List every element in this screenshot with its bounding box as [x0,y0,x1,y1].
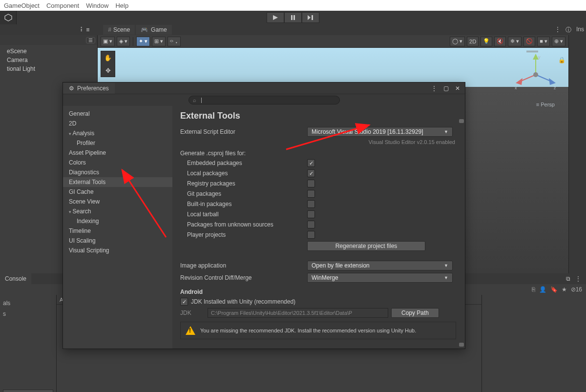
revision-control-dropdown[interactable]: WinMerge▼ [307,273,453,283]
sidebar-item-indexing[interactable]: Indexing [63,216,172,226]
csproj-registry-checkbox[interactable] [307,180,315,187]
preferences-content: External Tools External Script Editor Mi… [172,106,465,349]
menu-gameobject[interactable]: GameObject [4,2,40,9]
preferences-search[interactable]: ⌕ [188,96,340,104]
jdk-path-field[interactable]: C:\Program Files\Unity\Hub\Editor\2021.3… [208,308,388,318]
step-button[interactable] [302,12,319,23]
regenerate-project-files-button[interactable]: Regenerate project files [307,241,425,251]
csproj-builtin-checkbox[interactable] [307,200,315,208]
more-icon[interactable]: ⋮ [575,275,581,282]
csproj-player-checkbox[interactable] [307,231,315,239]
sidebar-item-diagnostics[interactable]: Diagnostics [63,167,172,177]
csproj-git-checkbox[interactable] [307,190,315,198]
close-icon[interactable]: ✕ [452,84,463,93]
sidebar-item-timeline[interactable]: Timeline [63,226,172,236]
scrollbar-thumb[interactable] [459,119,464,123]
pause-button[interactable] [284,12,302,23]
hierarchy-item[interactable]: tional Light [3,64,94,73]
jdk-warning-box: You are missing the recommended JDK. Ins… [180,322,456,339]
hierarchy-item[interactable]: Camera [3,56,94,64]
scrollbar-thumb[interactable] [459,343,464,347]
maximize-icon[interactable]: ▢ [440,84,451,93]
sidebar-item-visual-scripting[interactable]: Visual Scripting [63,246,172,255]
console-user-icon[interactable]: 👤 [539,286,546,293]
hierarchy-item[interactable]: eScene [3,47,94,56]
copy-path-button[interactable]: Copy Path [391,308,439,318]
tool-camera-dropdown[interactable]: ◯ ▾ [450,37,465,46]
projection-label[interactable]: ≡ Persp [536,102,555,107]
hand-tool-icon[interactable]: ✋ [101,51,115,64]
console-filter-icon[interactable]: ⎘ [532,286,535,293]
orientation-gizmo[interactable]: y x z [514,53,558,97]
resize-handle-icon[interactable] [526,51,538,52]
revision-control-label: Revision Control Diff/Merge [180,274,307,281]
sidebar-item-scene-view[interactable]: Scene View [63,197,172,206]
sidebar-item-analysis[interactable]: Analysis [63,128,172,138]
sidebar-item-general[interactable]: General [63,109,172,119]
preferences-titlebar[interactable]: ⚙ Preferences ⋮ ▢ ✕ [63,83,465,94]
sidebar-item-profiler[interactable]: Profiler [63,138,172,148]
sidebar-item-2d[interactable]: 2D [63,119,172,128]
console-star-icon[interactable]: ★ [562,286,567,293]
visibility-icon[interactable]: 🚫 [523,37,535,46]
preferences-window: ⚙ Preferences ⋮ ▢ ✕ ⌕ General 2D Analysi… [63,82,465,349]
eye-off-icon: ⊘ [571,286,576,293]
tab-scene[interactable]: # Scene [103,25,135,35]
external-script-editor-dropdown[interactable]: Microsoft Visual Studio 2019 [16.11.3292… [307,127,453,137]
audio-icon[interactable]: 🔇 [494,37,506,46]
csproj-local-checkbox[interactable] [307,169,315,177]
more-icon[interactable]: ⋮ [555,26,561,34]
light-icon[interactable]: 💡 [481,37,492,46]
layout-icon[interactable]: ⧉ [566,275,570,282]
tab-console[interactable]: Console [0,273,31,284]
list-item[interactable]: s [3,310,53,317]
sidebar-item-gi-cache[interactable]: GI Cache [63,187,172,197]
play-button[interactable] [267,12,284,23]
sidebar-item-colors[interactable]: Colors [63,158,172,167]
tool-pivot-dropdown[interactable]: ▣ ▾ [101,37,115,46]
tool-cube-dropdown[interactable]: ◈ ▾ [117,37,130,46]
preferences-title: Preferences [77,85,109,92]
scene-tool-strip: ✋ ✥ [101,51,115,77]
csproj-embedded-checkbox[interactable] [307,159,315,167]
tool-2d-toggle[interactable]: 2D [467,37,479,46]
sidebar-item-search[interactable]: Search [63,206,172,216]
csproj-git-label: Git packages [180,190,307,197]
tool-magnet-dropdown[interactable]: ⌔ ▾ [167,37,181,46]
console-bottom-row[interactable] [3,390,53,392]
menu-window[interactable]: Window [86,2,108,9]
sidebar-item-external-tools[interactable]: External Tools [63,177,172,187]
external-script-editor-label: External Script Editor [180,128,307,135]
info-icon[interactable]: ⓘ [565,26,571,34]
csproj-local-label: Local packages [180,170,307,177]
csproj-unknown-checkbox[interactable] [307,221,315,228]
image-application-dropdown[interactable]: Open by file extension▼ [307,261,453,270]
csproj-tarball-checkbox[interactable] [307,210,315,218]
skybox-icon[interactable]: ❄ ▾ [508,37,522,46]
unity-logo-icon[interactable] [0,11,17,24]
csproj-player-label: Player projects [180,231,307,238]
gizmos-dropdown[interactable]: ⊕ ▾ [552,37,565,46]
hidden-count-badge[interactable]: ⊘16 [571,286,582,293]
more-icon[interactable]: ⋮ [429,84,440,93]
menu-help[interactable]: Help [115,2,128,9]
lock-icon[interactable]: 🔒 [558,57,565,63]
camera-icon[interactable]: ■ ▾ [537,37,550,46]
tool-grid-dropdown[interactable]: ⊞ ▾ [152,37,166,46]
list-item[interactable]: als [3,300,53,307]
sidebar-item-asset-pipeline[interactable]: Asset Pipeline [63,148,172,158]
inspector-tab-label[interactable]: Ins [576,26,584,34]
console-tag-icon[interactable]: 🔖 [550,286,558,293]
menu-component[interactable]: Component [46,2,79,9]
sidebar-item-ui-scaling[interactable]: UI Scaling [63,236,172,246]
hierarchy-tab-drag-icon[interactable]: ⠇ ≡ [75,24,94,35]
jdk-label: JDK [180,309,208,316]
dropdown-value: Open by file extension [312,262,370,269]
tab-game[interactable]: 🎮 Game [136,25,172,35]
search-pill-icon[interactable]: ☰ [86,37,95,43]
move-tool-icon[interactable]: ✥ [101,64,115,77]
main-menu-bar[interactable]: GameObject Component Window Help [0,0,586,11]
tool-snap[interactable]: ✦ ▾ [136,37,150,46]
jdk-installed-checkbox[interactable] [180,298,188,306]
dropdown-value: WinMerge [312,274,338,281]
